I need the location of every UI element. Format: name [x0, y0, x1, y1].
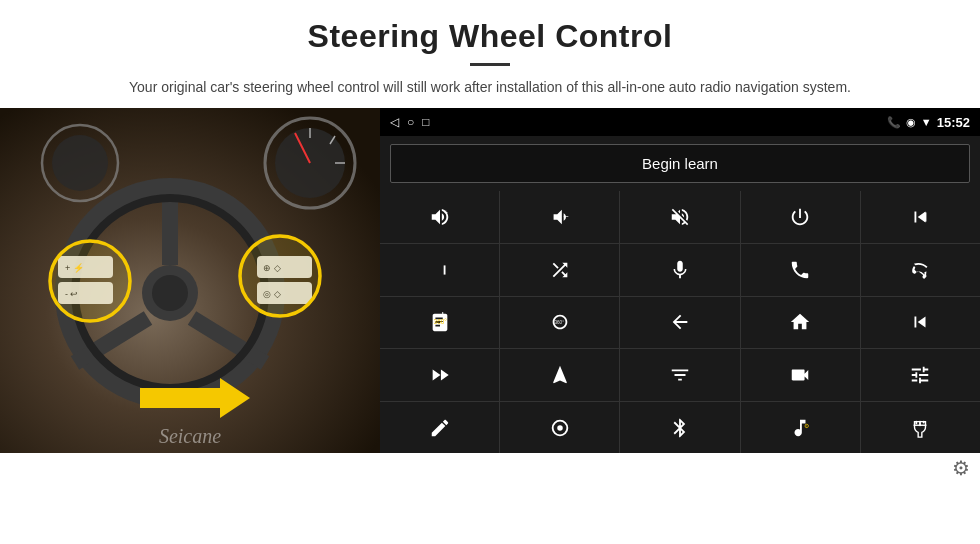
fast-forward-icon [429, 364, 451, 386]
svg-rect-30 [443, 265, 445, 274]
car-image-panel: + ⚡ - ↩ ⊕ ◇ ◎ ◇ Seicane [0, 108, 380, 453]
vol-down-icon: – [549, 206, 571, 228]
360-icon: 360° [549, 311, 571, 333]
settings-gear-icon[interactable]: ⚙ [952, 456, 970, 480]
svg-rect-39 [923, 420, 925, 423]
mute-cell[interactable] [620, 191, 739, 243]
navigation-icon [549, 364, 571, 386]
svg-text:360°: 360° [554, 320, 564, 325]
next-track-cell[interactable] [380, 244, 499, 296]
home-cell[interactable] [741, 297, 860, 349]
svg-point-8 [52, 135, 108, 191]
eq-cell[interactable] [620, 349, 739, 401]
status-bar: ◁ ○ □ 📞 ◉ ▼ 15:52 [380, 108, 980, 136]
bottom-bar: ⚙ [0, 453, 980, 483]
title-divider [470, 63, 510, 66]
music-cell[interactable]: ⚙ [741, 402, 860, 454]
back-cell[interactable] [620, 297, 739, 349]
svg-rect-37 [916, 420, 918, 424]
vol-up-cell[interactable]: + [380, 191, 499, 243]
record-icon [789, 364, 811, 386]
camera-cell[interactable]: 360° [380, 297, 499, 349]
svg-text:360°: 360° [433, 318, 447, 325]
begin-learn-button[interactable]: Begin learn [390, 144, 970, 183]
music-icon: ⚙ [789, 417, 811, 439]
record-cell[interactable] [741, 349, 860, 401]
mic-icon [669, 259, 691, 281]
back-icon [669, 311, 691, 333]
header-section: Steering Wheel Control Your original car… [0, 0, 980, 108]
pen-icon [429, 417, 451, 439]
hangup-cell[interactable] [861, 244, 980, 296]
back-nav-icon[interactable]: ◁ [390, 115, 399, 129]
svg-point-25 [240, 236, 320, 316]
power-icon [789, 206, 811, 228]
circle-dot-icon [549, 417, 571, 439]
begin-learn-row: Begin learn [380, 136, 980, 191]
svg-rect-29 [925, 213, 927, 222]
svg-text:Seicane: Seicane [159, 425, 221, 447]
mute-icon [669, 206, 691, 228]
fast-fwd-cell[interactable] [380, 349, 499, 401]
vol-down-cell[interactable]: – [500, 191, 619, 243]
location-icon: ◉ [906, 116, 916, 129]
svg-point-34 [557, 425, 563, 431]
phone-cell[interactable] [741, 244, 860, 296]
nav-cell[interactable] [500, 349, 619, 401]
status-bar-right: 📞 ◉ ▼ 15:52 [887, 115, 970, 130]
steering-wheel-svg: + ⚡ - ↩ ⊕ ◇ ◎ ◇ Seicane [0, 108, 380, 453]
page-title: Steering Wheel Control [60, 18, 920, 55]
circle-dot-cell[interactable] [500, 402, 619, 454]
skip-back-icon [909, 311, 931, 333]
mic-cell[interactable] [620, 244, 739, 296]
prev-track-cell[interactable] [861, 191, 980, 243]
pen-cell[interactable] [380, 402, 499, 454]
equalizer-cell[interactable] [861, 402, 980, 454]
svg-point-11 [152, 275, 188, 311]
sliders-icon [909, 364, 931, 386]
next-track-icon [429, 259, 451, 281]
home-nav-icon[interactable]: ○ [407, 115, 414, 129]
prev-track-icon [909, 206, 931, 228]
bluetooth-cell[interactable] [620, 402, 739, 454]
svg-text:⚙: ⚙ [804, 422, 809, 429]
equalizer-icon [909, 417, 931, 439]
time-display: 15:52 [937, 115, 970, 130]
page-subtitle: Your original car's steering wheel contr… [100, 76, 880, 98]
svg-text:+: + [443, 208, 447, 217]
svg-point-24 [50, 241, 130, 321]
recents-nav-icon[interactable]: □ [422, 115, 429, 129]
eq-icon [669, 364, 691, 386]
main-image-container: + ⚡ - ↩ ⊕ ◇ ◎ ◇ Seicane [0, 108, 980, 453]
hangup-icon [909, 259, 931, 281]
status-bar-left: ◁ ○ □ [390, 115, 430, 129]
shuffle-icon [549, 259, 571, 281]
power-cell[interactable] [741, 191, 860, 243]
home-icon [789, 311, 811, 333]
wifi-icon: ▼ [921, 116, 932, 128]
camera-icon: 360° [429, 311, 451, 333]
skip-back-cell[interactable] [861, 297, 980, 349]
phone-icon [789, 259, 811, 281]
android-panel: ◁ ○ □ 📞 ◉ ▼ 15:52 Begin learn [380, 108, 980, 453]
vol-up-icon: + [429, 206, 451, 228]
bluetooth-icon [669, 417, 691, 439]
svg-rect-38 [919, 420, 921, 426]
360view-cell[interactable]: 360° [500, 297, 619, 349]
svg-text:–: – [563, 212, 568, 221]
shuffle-cell[interactable] [500, 244, 619, 296]
phone-signal-icon: 📞 [887, 116, 901, 129]
slider-cell[interactable] [861, 349, 980, 401]
page-wrapper: Steering Wheel Control Your original car… [0, 0, 980, 544]
controls-grid: + – [380, 191, 980, 453]
